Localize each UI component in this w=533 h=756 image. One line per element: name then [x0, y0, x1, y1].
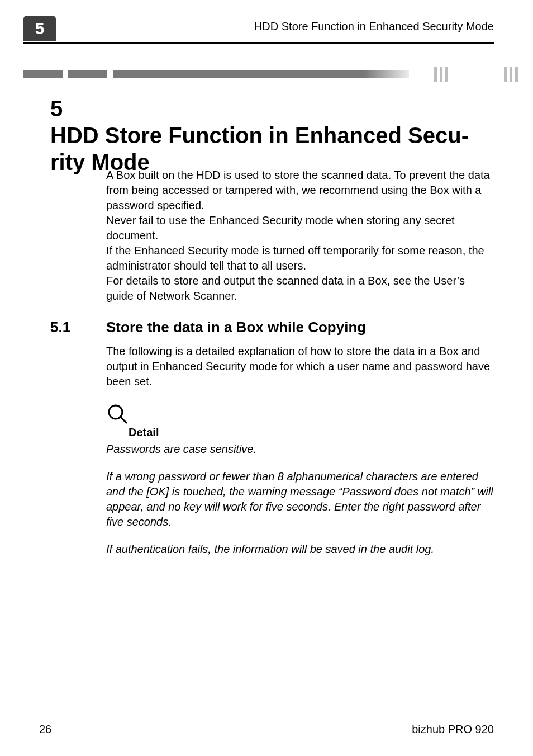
- bar-tick: [440, 67, 442, 82]
- bar-segment: [113, 70, 409, 78]
- intro-paragraph: Never fail to use the Enhanced Security …: [106, 213, 494, 243]
- bar-segment: [23, 70, 63, 78]
- magnifier-icon: [106, 403, 129, 425]
- section-heading: 5.1Store the data in a Box while Copying: [50, 319, 494, 336]
- section-body: The following is a detailed explanation …: [106, 344, 494, 389]
- intro-paragraph: If the Enhanced Security mode is turned …: [106, 243, 494, 273]
- bar-segment: [68, 70, 107, 78]
- intro-body: A Box built on the HDD is used to store …: [106, 168, 494, 304]
- bar-tick: [510, 67, 512, 82]
- chapter-heading: 5HDD Store Function in Enhanced Secu-rit…: [50, 95, 494, 176]
- svg-line-1: [120, 417, 126, 423]
- running-header: HDD Store Function in Enhanced Security …: [254, 20, 494, 33]
- footer-product: bizhub PRO 920: [412, 723, 494, 736]
- header-rule: [23, 42, 494, 44]
- section-number: 5.1: [50, 319, 106, 336]
- section-title: Store the data in a Box while Copying: [106, 319, 366, 336]
- heading-number: 5: [50, 95, 106, 122]
- decorative-bars: [23, 67, 533, 82]
- detail-paragraph: If a wrong password or fewer than 8 alph…: [106, 469, 494, 530]
- intro-paragraph: A Box built on the HDD is used to store …: [106, 168, 494, 213]
- page: 5 HDD Store Function in Enhanced Securit…: [0, 0, 533, 756]
- chapter-tab: 5: [23, 16, 56, 41]
- bar-tick: [504, 67, 507, 82]
- detail-text: Passwords are case sensitive. If a wrong…: [106, 442, 494, 557]
- intro-paragraph: For details to store and output the scan…: [106, 273, 494, 304]
- bar-tick: [515, 67, 518, 82]
- chapter-number: 5: [35, 19, 45, 38]
- bar-tick: [445, 67, 448, 82]
- detail-paragraph: Passwords are case sensitive.: [106, 442, 494, 457]
- bar-tick: [434, 67, 437, 82]
- detail-paragraph: If authentication fails, the information…: [106, 542, 494, 557]
- footer-rule: [39, 719, 494, 720]
- heading-title-line1: HDD Store Function in Enhanced Secu-: [50, 123, 469, 148]
- footer-page-number: 26: [39, 723, 51, 736]
- detail-label: Detail: [129, 426, 159, 439]
